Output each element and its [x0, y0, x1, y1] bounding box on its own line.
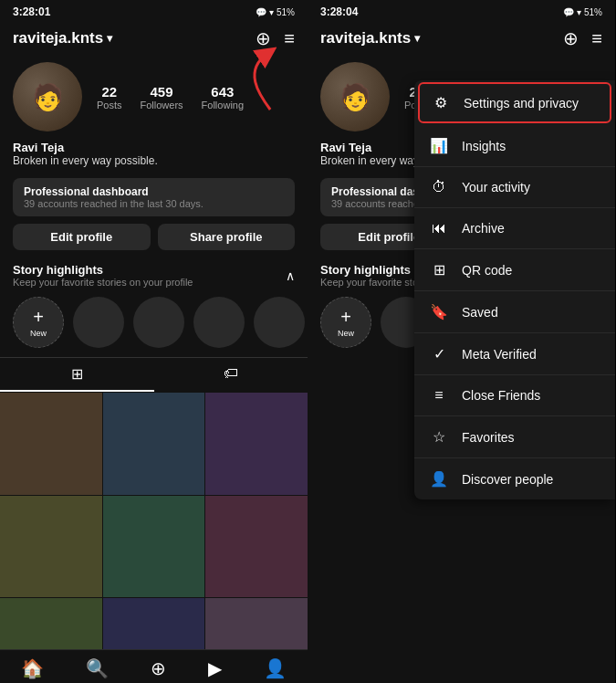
profile-bio: Broken in every way possible.	[13, 154, 295, 167]
bottom-nav-left: 🏠 🔍 ⊕ ▶ 👤	[0, 649, 308, 683]
header-right: raviteja.knts ▾ ⊕ ≡	[308, 22, 615, 57]
username-right[interactable]: raviteja.knts ▾	[320, 29, 420, 47]
nav-search-icon[interactable]: 🔍	[86, 657, 109, 679]
verified-icon: ✓	[429, 345, 449, 363]
story-highlights-title: Story highlights	[13, 263, 193, 277]
menu-settings-privacy[interactable]: ⚙ Settings and privacy	[418, 82, 611, 123]
menu-insights[interactable]: 📊 Insights	[414, 125, 615, 167]
story-highlights-header-left: Story highlights Keep your favorite stor…	[0, 259, 308, 293]
menu-discover-people[interactable]: 👤 Discover people	[414, 458, 615, 499]
saved-icon: 🔖	[429, 303, 449, 320]
new-story-circle[interactable]: + New	[13, 297, 64, 348]
story-circle-1[interactable]	[73, 297, 124, 348]
header-icons-right: ⊕ ≡	[563, 27, 602, 49]
photo-cell-6[interactable]	[205, 496, 308, 598]
photo-cell-3[interactable]	[205, 393, 308, 495]
wifi-icon: ▾	[269, 7, 274, 17]
chevron-down-icon-right: ▾	[414, 32, 420, 45]
dashboard-subtitle: 39 accounts reached in the last 30 days.	[24, 198, 284, 209]
status-time-left: 3:28:01	[13, 5, 50, 18]
story-circle-3[interactable]	[193, 297, 245, 348]
status-bar-left: 3:28:01 💬 ▾ 51%	[0, 0, 308, 22]
photo-cell-2[interactable]	[103, 393, 205, 495]
menu-your-activity[interactable]: ⏱ Your activity	[414, 167, 615, 208]
menu-icon[interactable]: ≡	[284, 28, 295, 49]
photo-cell-1[interactable]	[0, 393, 102, 495]
following-stat[interactable]: 643 Following	[202, 84, 244, 110]
story-circle-4[interactable]	[254, 297, 305, 348]
discover-icon: 👤	[429, 470, 449, 488]
status-icons-left: 💬 ▾ 51%	[256, 7, 295, 17]
nav-profile-icon[interactable]: 👤	[264, 657, 287, 679]
whatsapp-icon: 💬	[256, 7, 266, 17]
dashboard-card-left[interactable]: Professional dashboard 39 accounts reach…	[13, 178, 295, 216]
story-circle-2[interactable]	[133, 297, 184, 348]
profile-name: Ravi Teja	[13, 141, 295, 154]
nav-home-icon[interactable]: 🏠	[21, 657, 44, 679]
your-activity-label: Your activity	[462, 180, 530, 194]
photo-cell-4[interactable]	[0, 496, 102, 598]
meta-verified-label: Meta Verified	[462, 347, 537, 362]
add-icon[interactable]: ⊕	[256, 27, 271, 49]
status-icons-right: 💬 ▾ 51%	[563, 7, 602, 17]
grid-tab[interactable]: ⊞	[0, 358, 154, 392]
photo-cell-9[interactable]	[205, 598, 308, 649]
photo-cell-7[interactable]	[0, 598, 102, 649]
menu-saved[interactable]: 🔖 Saved	[414, 291, 615, 333]
stats-left: 22 Posts 459 Followers 643 Following	[97, 84, 295, 110]
menu-archive[interactable]: ⏮ Archive	[414, 208, 615, 249]
status-time-right: 3:28:04	[320, 5, 358, 18]
username-left[interactable]: raviteja.knts ▾	[13, 29, 112, 47]
archive-icon: ⏮	[429, 220, 449, 236]
settings-icon: ⚙	[431, 94, 451, 111]
dropdown-menu: ⚙ Settings and privacy 📊 Insights ⏱ Your…	[414, 80, 615, 499]
nav-add-icon[interactable]: ⊕	[151, 657, 166, 679]
profile-info-left: Ravi Teja Broken in every way possible.	[0, 141, 308, 174]
highlights-collapse-icon[interactable]: ∧	[286, 268, 295, 283]
nav-reels-icon[interactable]: ▶	[208, 657, 222, 679]
right-panel: 3:28:04 💬 ▾ 51% raviteja.knts ▾ ⊕ ≡ 🧑 22…	[308, 0, 615, 683]
action-buttons-left: Edit profile Share profile	[0, 224, 308, 259]
menu-icon-right[interactable]: ≡	[591, 28, 602, 49]
favorites-icon: ☆	[429, 428, 449, 446]
insights-icon: 📊	[429, 137, 449, 154]
status-bar-right: 3:28:04 💬 ▾ 51%	[308, 0, 615, 22]
profile-section-left: 🧑 22 Posts 459 Followers 643 Following	[0, 57, 308, 141]
menu-favorites[interactable]: ☆ Favorites	[414, 416, 615, 458]
wifi-icon-right: ▾	[577, 7, 581, 17]
chevron-down-icon: ▾	[107, 32, 112, 45]
discover-people-label: Discover people	[462, 472, 553, 487]
avatar-right[interactable]: 🧑	[320, 62, 390, 131]
insights-label: Insights	[462, 139, 506, 153]
activity-icon: ⏱	[429, 179, 449, 195]
menu-qr-code[interactable]: ⊞ QR code	[414, 249, 615, 291]
posts-stat: 22 Posts	[97, 84, 122, 110]
saved-label: Saved	[462, 305, 498, 320]
avatar-left[interactable]: 🧑	[13, 62, 82, 131]
avatar-image-right: 🧑	[320, 62, 390, 131]
edit-profile-button[interactable]: Edit profile	[13, 224, 151, 250]
photo-grid	[0, 393, 308, 649]
settings-privacy-label: Settings and privacy	[464, 96, 579, 110]
grid-tabs-left: ⊞ 🏷	[0, 357, 308, 392]
followers-stat[interactable]: 459 Followers	[141, 84, 183, 110]
header-icons-left: ⊕ ≡	[256, 27, 295, 49]
avatar-image: 🧑	[13, 62, 82, 131]
favorites-label: Favorites	[462, 430, 515, 445]
new-story-circle-right[interactable]: + New	[320, 297, 371, 348]
photo-cell-8[interactable]	[103, 598, 205, 649]
qr-icon: ⊞	[429, 261, 449, 278]
tagged-tab[interactable]: 🏷	[154, 358, 308, 392]
menu-close-friends[interactable]: ≡ Close Friends	[414, 375, 615, 416]
menu-meta-verified[interactable]: ✓ Meta Verified	[414, 333, 615, 375]
close-friends-icon: ≡	[429, 387, 449, 404]
story-highlights-subtitle: Keep your favorite stories on your profi…	[13, 277, 193, 288]
whatsapp-icon-right: 💬	[563, 7, 574, 17]
share-profile-button[interactable]: Share profile	[158, 224, 296, 250]
add-icon-right[interactable]: ⊕	[563, 27, 579, 49]
photo-cell-5[interactable]	[103, 496, 205, 598]
dashboard-title: Professional dashboard	[24, 185, 284, 198]
story-circles-left: + New	[0, 293, 308, 357]
battery-icon-right: 51%	[584, 7, 602, 17]
header-left: raviteja.knts ▾ ⊕ ≡	[0, 22, 308, 57]
